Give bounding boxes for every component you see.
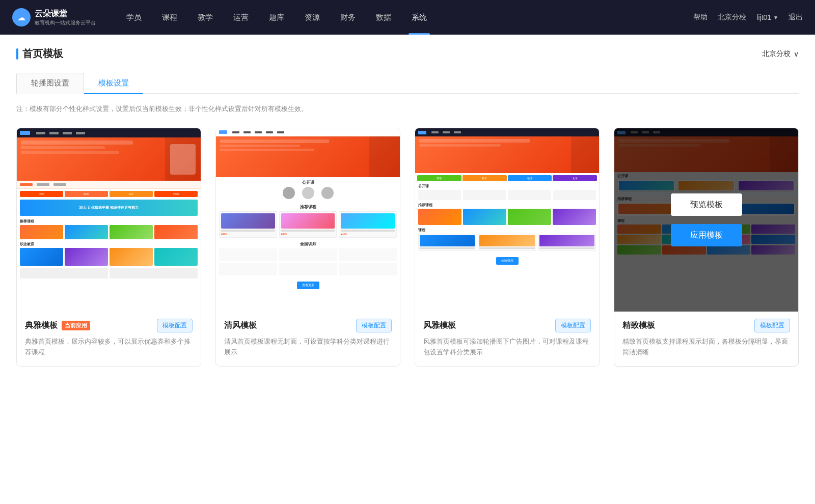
nav-item-students[interactable]: 学员	[116, 0, 152, 35]
nav-help[interactable]: 帮助	[693, 13, 708, 22]
template-info-jingzhi: 精致模板 模板配置 精致首页模板支持课程展示封面，各模板分隔明显，界面简洁清晰	[614, 312, 798, 366]
template-desc-fengya: 风雅首页模板可添加轮播图下广告图片，可对课程及课程包设置学科分类展示	[423, 337, 591, 358]
apply-button-jingzhi[interactable]: 应用模板	[671, 224, 742, 246]
template-info-dianyan: 典雅模板 当前应用 模板配置 典雅首页模板，展示内容较多，可以展示优惠券和多个推…	[17, 312, 201, 366]
nav-item-resources[interactable]: 资源	[294, 0, 330, 35]
username: lijt01	[756, 13, 771, 21]
nav-item-finance[interactable]: 财务	[330, 0, 366, 35]
logo[interactable]: ☁ 云朵课堂 教育机构一站式服务云平台	[12, 8, 96, 26]
logo-text: 云朵课堂 教育机构一站式服务云平台	[35, 9, 96, 26]
page-content: 首页模板 北京分校 ∨ 轮播图设置 模板设置 注：模板有部分个性化样式设置，设置…	[0, 35, 815, 504]
template-info-fengya: 风雅模板 模板配置 风雅首页模板可添加轮播图下广告图片，可对课程及课程包设置学科…	[415, 312, 599, 366]
template-preview-qingfeng[interactable]: 公开课	[216, 128, 400, 312]
nav-item-courses[interactable]: 课程	[152, 0, 187, 35]
nav-item-data[interactable]: 数据	[366, 0, 401, 35]
tab-carousel[interactable]: 轮播图设置	[16, 73, 84, 94]
preview-button-jingzhi[interactable]: 预览模板	[671, 193, 742, 216]
config-button-qingfeng[interactable]: 模板配置	[356, 319, 392, 332]
template-card-qingfeng: 公开课	[215, 128, 400, 367]
logo-icon: ☁	[12, 8, 31, 26]
title-accent-bar	[16, 48, 18, 60]
template-desc-qingfeng: 清风首页模板课程无封面，可设置按学科分类对课程进行展示	[224, 337, 392, 358]
template-name-jingzhi: 精致模板	[622, 320, 655, 331]
nav-right: 帮助 北京分校 lijt01 ▼ 退出	[693, 13, 803, 22]
template-name-fengya: 风雅模板	[423, 320, 456, 331]
current-badge: 当前应用	[62, 321, 90, 330]
nav-logout[interactable]: 退出	[789, 13, 803, 22]
config-button-jingzhi[interactable]: 模板配置	[754, 319, 790, 332]
template-overlay-jingzhi: 预览模板 应用模板	[614, 128, 798, 312]
config-button-fengya[interactable]: 模板配置	[555, 319, 591, 332]
notice-text: 注：模板有部分个性化样式设置，设置后仅当前模板生效；非个性化样式设置后针对所有模…	[16, 104, 799, 114]
template-preview-dianyan[interactable]: ¥30 ¥200 ¥30 ¥200 30天 让你摆脱平庸 知识使你更有魅力 推荐…	[17, 128, 201, 312]
page-header: 首页模板 北京分校 ∨	[16, 47, 799, 61]
template-card-jingzhi: 公开课	[614, 128, 799, 367]
tab-template[interactable]: 模板设置	[84, 73, 143, 94]
page-title-area: 首页模板	[16, 47, 63, 61]
nav-items: 学员 课程 教学 运营 题库 资源 财务 数据 系统	[116, 0, 693, 35]
user-dropdown[interactable]: lijt01 ▼	[756, 13, 778, 21]
template-desc-jingzhi: 精致首页模板支持课程展示封面，各模板分隔明显，界面简洁清晰	[622, 337, 790, 358]
template-desc-dianyan: 典雅首页模板，展示内容较多，可以展示优惠券和多个推荐课程	[25, 337, 193, 358]
dropdown-arrow-icon: ▼	[773, 15, 778, 20]
nav-branch[interactable]: 北京分校	[718, 13, 746, 22]
template-info-qingfeng: 清风模板 模板配置 清风首页模板课程无封面，可设置按学科分类对课程进行展示	[216, 312, 400, 366]
template-name-row-qingfeng: 清风模板 模板配置	[224, 319, 392, 332]
nav-item-teaching[interactable]: 教学	[187, 0, 223, 35]
template-card-dianyan: ¥30 ¥200 ¥30 ¥200 30天 让你摆脱平庸 知识使你更有魅力 推荐…	[16, 128, 201, 367]
page-title: 首页模板	[22, 47, 63, 61]
template-name-row-jingzhi: 精致模板 模板配置	[622, 319, 790, 332]
tabs-row: 轮播图设置 模板设置	[16, 73, 799, 94]
template-name: 典雅模板 当前应用	[25, 320, 90, 331]
template-preview-jingzhi[interactable]: 公开课	[614, 128, 798, 312]
config-button-dianyan[interactable]: 模板配置	[157, 319, 193, 332]
top-navigation: ☁ 云朵课堂 教育机构一站式服务云平台 学员 课程 教学 运营 题库 资源 财务…	[0, 0, 815, 35]
template-name-qingfeng: 清风模板	[224, 320, 257, 331]
template-name-row-fengya: 风雅模板 模板配置	[423, 319, 591, 332]
nav-item-operations[interactable]: 运营	[223, 0, 259, 35]
nav-item-questions[interactable]: 题库	[259, 0, 294, 35]
branch-selector[interactable]: 北京分校 ∨	[762, 49, 799, 59]
template-card-fengya: 英语 数学 物理 化学 公开课 推荐课程	[415, 128, 600, 367]
nav-item-system[interactable]: 系统	[401, 0, 437, 35]
template-name-row: 典雅模板 当前应用 模板配置	[25, 319, 193, 332]
templates-grid: ¥30 ¥200 ¥30 ¥200 30天 让你摆脱平庸 知识使你更有魅力 推荐…	[16, 128, 799, 367]
template-preview-fengya[interactable]: 英语 数学 物理 化学 公开课 推荐课程	[415, 128, 599, 312]
branch-dropdown-icon: ∨	[794, 50, 799, 58]
